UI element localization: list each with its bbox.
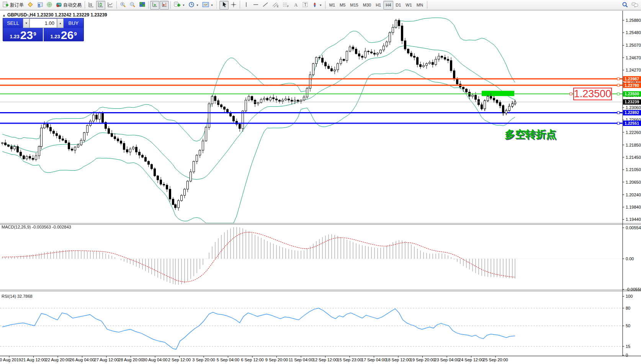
text-label-icon: T xyxy=(302,2,308,9)
candlestick-chart-button[interactable] xyxy=(96,1,105,10)
buy-price-big: 26 xyxy=(61,30,74,41)
toolbar-separator xyxy=(427,1,427,9)
fibonacci-button[interactable]: F xyxy=(281,1,291,10)
vertical-line-button[interactable] xyxy=(242,1,251,10)
toolbar-separator xyxy=(170,1,171,9)
cursor-icon xyxy=(221,2,227,9)
auto-scroll-button[interactable] xyxy=(150,1,159,10)
chart-canvas[interactable]: 1.258801.254801.250701.246701.242701.238… xyxy=(0,11,641,364)
chat-icon xyxy=(631,2,638,9)
buy-price[interactable]: 1.23 26 9 xyxy=(43,28,83,41)
zoom-in-icon xyxy=(120,2,126,9)
tile-windows-icon xyxy=(139,2,145,9)
zoom-out-button[interactable] xyxy=(128,1,137,10)
price-level-label[interactable]: 1.23500 xyxy=(573,88,612,100)
sell-price[interactable]: 1.23 23 9 xyxy=(3,28,43,41)
svg-text:E: E xyxy=(277,5,279,8)
volume-decrease-button[interactable]: ▼ xyxy=(23,18,29,28)
autotrading-label: 自动交易 xyxy=(63,2,82,8)
data-window-button[interactable] xyxy=(35,1,44,10)
timeframe-M1[interactable]: M1 xyxy=(327,1,337,10)
indicators-button[interactable]: ▼ xyxy=(172,1,186,10)
line-chart-button[interactable] xyxy=(106,1,115,10)
toolbar-separator xyxy=(116,1,117,9)
search-icon xyxy=(622,2,628,9)
new-order-button[interactable]: 新订单 xyxy=(1,1,25,10)
buy-price-small: 1.23 xyxy=(51,33,60,41)
toolbar: 新订单 自动交易 ▼ ▼ ▼ E F A T ▼ M1M5M15M30H1H4D… xyxy=(0,0,641,10)
sell-button[interactable]: SELL xyxy=(3,18,23,28)
zoom-out-icon xyxy=(129,2,136,9)
auto-scroll-icon xyxy=(152,2,158,9)
bar-chart-button[interactable] xyxy=(87,1,96,10)
autotrading-icon xyxy=(56,2,62,9)
data-window-icon xyxy=(37,2,43,9)
timeframe-W1[interactable]: W1 xyxy=(403,1,414,10)
chart-annotation-text[interactable]: 多空转折点 xyxy=(505,127,556,141)
price-axis[interactable] xyxy=(623,11,641,356)
one-click-trading-panel: SELL ▼ ▲ BUY 1.23 23 9 1.23 26 9 xyxy=(3,18,84,41)
volume-input[interactable] xyxy=(29,18,57,28)
buy-button[interactable]: BUY xyxy=(64,18,83,28)
timeframe-M15[interactable]: M15 xyxy=(348,1,360,10)
timeframe-MN[interactable]: MN xyxy=(414,1,425,10)
macd-indicator-label: MACD(12,26,9) -0.003563 -0.002843 xyxy=(2,225,71,229)
zoom-in-button[interactable] xyxy=(118,1,128,10)
timeframe-M5[interactable]: M5 xyxy=(337,1,348,10)
navigator-icon xyxy=(46,2,52,9)
new-order-label: 新订单 xyxy=(10,2,24,8)
chart-symbol-header: ▲GBPUSD-,H4 1.23230 1.23242 1.23229 1.23… xyxy=(2,12,107,18)
horizontal-line-icon xyxy=(253,2,259,9)
search-button[interactable] xyxy=(620,1,630,10)
collapse-panel-icon[interactable]: ▲ xyxy=(2,13,6,17)
time-axis[interactable] xyxy=(0,356,641,364)
arrows-caret[interactable]: ▼ xyxy=(319,4,322,7)
arrows-button[interactable]: ▼ xyxy=(310,1,324,10)
vertical-line-icon xyxy=(243,2,249,9)
chart-shift-button[interactable] xyxy=(160,1,169,10)
templates-icon xyxy=(202,2,209,9)
rsi-indicator-label: RSI(14) 32.7868 xyxy=(2,294,33,299)
periods-button[interactable]: ▼ xyxy=(187,1,200,10)
cursor-button[interactable] xyxy=(219,1,229,10)
timeframe-H1[interactable]: H1 xyxy=(373,1,383,10)
candlestick-chart-icon xyxy=(98,2,104,9)
market-watch-button[interactable] xyxy=(26,1,35,10)
fibonacci-icon: F xyxy=(282,2,289,9)
text-button[interactable]: A xyxy=(291,1,300,10)
symbol-ohlc-text: GBPUSD-,H4 1.23230 1.23242 1.23229 1.232… xyxy=(7,12,107,18)
sell-price-sup: 9 xyxy=(33,32,36,36)
templates-button[interactable]: ▼ xyxy=(201,1,215,10)
timeframe-H4[interactable]: H4 xyxy=(383,1,393,10)
horizontal-line-button[interactable] xyxy=(251,1,260,10)
toolbar-separator xyxy=(85,1,85,9)
toolbar-separator xyxy=(325,1,325,9)
market-watch-icon xyxy=(27,2,33,9)
buy-price-sup: 9 xyxy=(74,32,77,36)
timeframe-D1[interactable]: D1 xyxy=(393,1,403,10)
equidistant-channel-icon: E xyxy=(272,2,279,9)
price-chart-svg: 1.258801.254801.250701.246701.242701.238… xyxy=(0,11,641,364)
crosshair-button[interactable] xyxy=(229,1,238,10)
svg-text:T: T xyxy=(304,2,307,7)
equidistant-channel-button[interactable]: E xyxy=(270,1,280,10)
indicators-caret[interactable]: ▼ xyxy=(182,4,185,7)
templates-caret[interactable]: ▼ xyxy=(211,4,213,7)
periods-caret[interactable]: ▼ xyxy=(196,4,199,7)
chat-button[interactable] xyxy=(630,1,640,10)
trendline-button[interactable] xyxy=(261,1,270,10)
navigator-button[interactable] xyxy=(45,1,54,10)
tile-windows-button[interactable] xyxy=(137,1,147,10)
toolbar-separator xyxy=(240,1,240,9)
chart-shift-icon xyxy=(161,2,167,9)
volume-increase-button[interactable]: ▲ xyxy=(57,18,64,28)
text-label-button[interactable]: T xyxy=(301,1,310,10)
new-order-icon xyxy=(3,2,9,9)
crosshair-icon xyxy=(231,2,237,9)
timeframe-M30[interactable]: M30 xyxy=(361,1,373,10)
autotrading-button[interactable]: 自动交易 xyxy=(54,1,83,10)
toolbar-grip[interactable] xyxy=(216,1,218,9)
line-chart-icon xyxy=(107,2,113,9)
periods-clock-icon xyxy=(188,2,195,9)
toolbar-separator xyxy=(148,1,149,9)
